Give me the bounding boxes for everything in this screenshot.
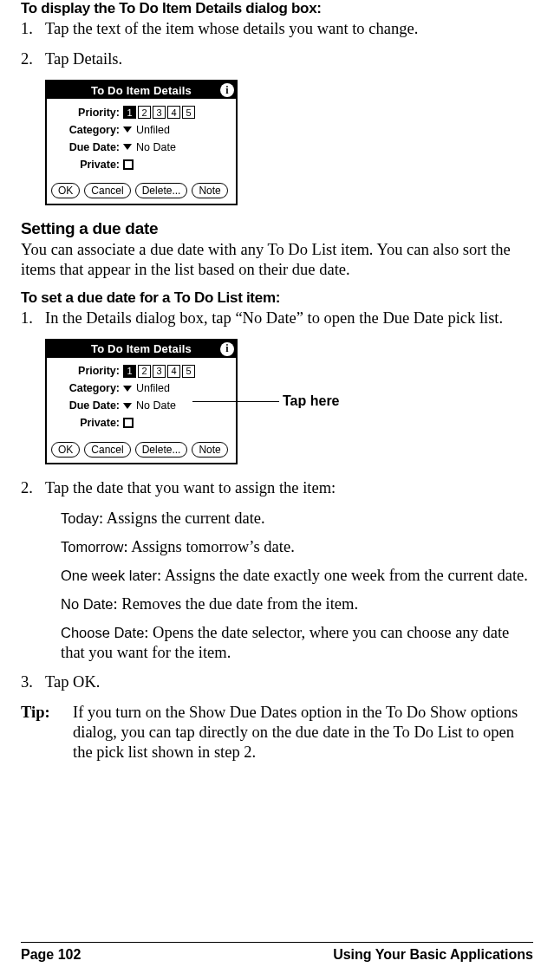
step1-text: Tap the text of the item whose details y…	[21, 19, 533, 39]
callout-tap-here: Tap here	[283, 393, 340, 409]
chevron-down-icon	[123, 403, 132, 409]
priority-4[interactable]: 4	[167, 106, 180, 119]
heading-set-due-date: To set a due date for a To Do List item:	[21, 289, 533, 307]
due-date-label: Due Date:	[52, 399, 123, 412]
category-dropdown[interactable]: Unfiled	[123, 382, 170, 394]
priority-label: Priority:	[52, 365, 123, 377]
priority-selector[interactable]: 1 2 3 4 5	[123, 106, 195, 119]
delete-button[interactable]: Delete...	[135, 442, 188, 458]
priority-1[interactable]: 1	[123, 106, 136, 119]
option-label: One week later	[61, 568, 157, 583]
option-label: Tomorrow	[61, 539, 123, 555]
priority-4[interactable]: 4	[167, 365, 180, 378]
chevron-down-icon	[123, 386, 132, 392]
priority-3[interactable]: 3	[153, 365, 166, 378]
private-label: Private:	[52, 159, 123, 171]
priority-selector[interactable]: 1 2 3 4 5	[123, 365, 195, 378]
dialog-screenshot-1: To Do Item Details i Priority: 1 2 3 4 5	[45, 80, 533, 205]
info-icon[interactable]: i	[220, 83, 234, 97]
dialog-title-text: To Do Item Details	[91, 342, 192, 355]
ok-button[interactable]: OK	[51, 442, 80, 458]
private-checkbox[interactable]	[123, 159, 134, 170]
option-today: Today: Assigns the current date.	[61, 509, 533, 529]
option-one-week: One week later: Assigns the date exactly…	[61, 566, 533, 586]
option-label: Today	[61, 510, 99, 526]
private-checkbox[interactable]	[123, 418, 134, 428]
option-text: : Assigns the current date.	[99, 509, 265, 527]
chevron-down-icon	[123, 144, 132, 150]
category-label: Category:	[52, 124, 123, 136]
due-date-label: Due Date:	[52, 141, 123, 153]
option-tomorrow: Tomorrow: Assigns tomorrow’s date.	[61, 537, 533, 557]
dialog-screenshot-2: To Do Item Details i Priority: 1 2 3 4 5	[45, 339, 533, 464]
tip-label: Tip:	[21, 703, 73, 763]
due-date-dropdown[interactable]: No Date	[123, 399, 176, 412]
option-choose-date: Choose Date: Opens the date selector, wh…	[61, 623, 533, 663]
delete-button[interactable]: Delete...	[135, 183, 188, 198]
priority-5[interactable]: 5	[182, 106, 195, 119]
step2-text: Tap Details.	[21, 49, 533, 69]
due-date-dropdown[interactable]: No Date	[123, 141, 176, 153]
dialog-title-bar: To Do Item Details i	[47, 81, 236, 99]
set-step3: Tap OK.	[21, 672, 533, 692]
dialog-title-bar: To Do Item Details i	[47, 341, 236, 358]
tip-text: If you turn on the Show Due Dates option…	[73, 703, 533, 763]
option-text: : Assigns the date exactly one week from…	[157, 567, 528, 584]
footer-section-title: Using Your Basic Applications	[333, 947, 533, 963]
priority-2[interactable]: 2	[138, 365, 151, 378]
option-text: : Assigns tomorrow’s date.	[123, 538, 294, 555]
chevron-down-icon	[123, 127, 132, 133]
note-button[interactable]: Note	[192, 442, 227, 458]
tip-block: Tip: If you turn on the Show Due Dates o…	[21, 703, 533, 763]
priority-5[interactable]: 5	[182, 365, 195, 378]
cancel-button[interactable]: Cancel	[84, 442, 130, 458]
category-value: Unfiled	[136, 382, 170, 394]
due-date-value: No Date	[136, 141, 176, 153]
option-label: No Date	[61, 596, 114, 612]
dialog-title-text: To Do Item Details	[91, 84, 192, 97]
private-label: Private:	[52, 417, 123, 429]
option-label: Choose Date	[61, 625, 144, 640]
set-step1: In the Details dialog box, tap “No Date”…	[21, 308, 533, 328]
footer-page-number: Page 102	[21, 947, 81, 963]
priority-label: Priority:	[52, 107, 123, 119]
intro-text: You can associate a due date with any To…	[21, 240, 533, 280]
heading-display-dialog: To display the To Do Item Details dialog…	[21, 0, 533, 17]
ok-button[interactable]: OK	[51, 183, 80, 198]
due-date-value: No Date	[136, 399, 176, 412]
option-no-date: No Date: Removes the due date from the i…	[61, 594, 533, 614]
set-step2-intro: Tap the date that you want to assign the…	[21, 478, 533, 498]
category-dropdown[interactable]: Unfiled	[123, 124, 170, 136]
category-label: Category:	[52, 382, 123, 394]
heading-setting-due-date: Setting a due date	[21, 219, 533, 238]
note-button[interactable]: Note	[192, 183, 227, 198]
option-text: : Removes the due date from the item.	[114, 595, 359, 613]
priority-2[interactable]: 2	[138, 106, 151, 119]
callout-line	[192, 401, 279, 402]
info-icon[interactable]: i	[220, 342, 234, 356]
priority-1[interactable]: 1	[123, 365, 136, 378]
cancel-button[interactable]: Cancel	[84, 183, 130, 198]
category-value: Unfiled	[136, 124, 170, 136]
priority-3[interactable]: 3	[153, 106, 166, 119]
